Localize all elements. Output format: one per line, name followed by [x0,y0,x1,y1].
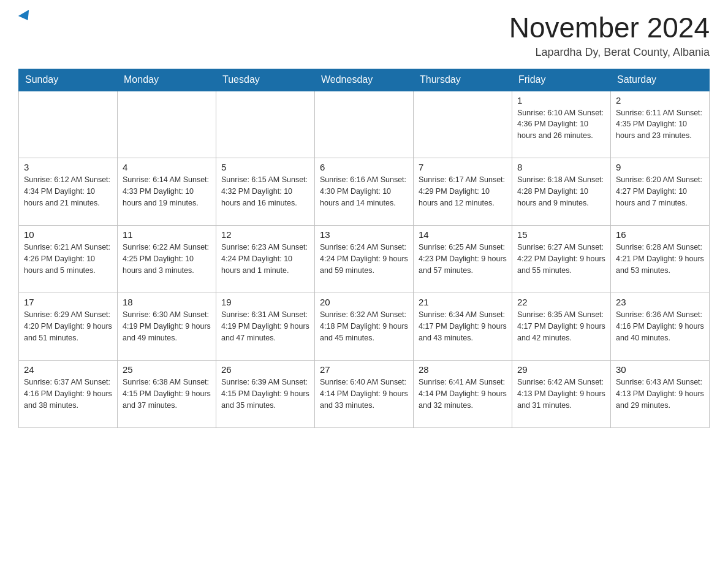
weekday-header-saturday: Saturday [611,69,710,91]
day-info: Sunrise: 6:16 AM Sunset: 4:30 PM Dayligh… [320,174,408,209]
header-area: November 2024 Lapardha Dy, Berat County,… [18,12,710,59]
day-info: Sunrise: 6:20 AM Sunset: 4:27 PM Dayligh… [616,174,704,209]
title-area: November 2024 Lapardha Dy, Berat County,… [509,12,710,59]
day-number: 9 [616,162,704,172]
logo-triangle-icon [18,10,33,23]
day-info: Sunrise: 6:24 AM Sunset: 4:24 PM Dayligh… [320,242,408,276]
calendar-cell: 10Sunrise: 6:21 AM Sunset: 4:26 PM Dayli… [19,226,118,293]
calendar-cell: 19Sunrise: 6:31 AM Sunset: 4:19 PM Dayli… [216,293,315,361]
day-info: Sunrise: 6:10 AM Sunset: 4:36 PM Dayligh… [517,107,605,142]
day-info: Sunrise: 6:38 AM Sunset: 4:15 PM Dayligh… [123,377,211,411]
calendar-cell: 16Sunrise: 6:28 AM Sunset: 4:21 PM Dayli… [611,226,710,293]
calendar-cell [118,91,216,158]
day-info: Sunrise: 6:27 AM Sunset: 4:22 PM Dayligh… [517,242,605,276]
calendar-cell: 20Sunrise: 6:32 AM Sunset: 4:18 PM Dayli… [315,293,414,361]
day-info: Sunrise: 6:32 AM Sunset: 4:18 PM Dayligh… [320,309,408,343]
day-number: 7 [419,162,507,172]
weekday-header-tuesday: Tuesday [216,69,315,91]
main-title: November 2024 [509,12,710,44]
day-number: 12 [221,229,309,240]
day-number: 20 [320,297,408,307]
weekday-header-sunday: Sunday [19,69,118,91]
day-info: Sunrise: 6:41 AM Sunset: 4:14 PM Dayligh… [419,377,507,411]
subtitle: Lapardha Dy, Berat County, Albania [509,46,710,59]
calendar-table: SundayMondayTuesdayWednesdayThursdayFrid… [18,69,710,429]
calendar-cell: 23Sunrise: 6:36 AM Sunset: 4:16 PM Dayli… [611,293,710,361]
day-number: 27 [320,364,408,375]
calendar-cell: 2Sunrise: 6:11 AM Sunset: 4:35 PM Daylig… [611,91,710,158]
weekday-header-wednesday: Wednesday [315,69,414,91]
weekday-header-monday: Monday [118,69,216,91]
calendar-cell: 28Sunrise: 6:41 AM Sunset: 4:14 PM Dayli… [414,361,512,428]
calendar-cell: 17Sunrise: 6:29 AM Sunset: 4:20 PM Dayli… [19,293,118,361]
day-number: 2 [616,95,704,105]
day-number: 11 [123,229,211,240]
weekday-header-thursday: Thursday [414,69,512,91]
calendar-cell: 27Sunrise: 6:40 AM Sunset: 4:14 PM Dayli… [315,361,414,428]
day-number: 10 [24,229,112,240]
calendar-cell: 21Sunrise: 6:34 AM Sunset: 4:17 PM Dayli… [414,293,512,361]
week-row-5: 24Sunrise: 6:37 AM Sunset: 4:16 PM Dayli… [19,361,710,428]
logo [18,12,32,21]
calendar-cell: 11Sunrise: 6:22 AM Sunset: 4:25 PM Dayli… [118,226,216,293]
calendar-cell: 15Sunrise: 6:27 AM Sunset: 4:22 PM Dayli… [512,226,611,293]
day-number: 19 [221,297,309,307]
week-row-4: 17Sunrise: 6:29 AM Sunset: 4:20 PM Dayli… [19,293,710,361]
calendar-cell: 18Sunrise: 6:30 AM Sunset: 4:19 PM Dayli… [118,293,216,361]
calendar-cell: 12Sunrise: 6:23 AM Sunset: 4:24 PM Dayli… [216,226,315,293]
calendar-cell: 29Sunrise: 6:42 AM Sunset: 4:13 PM Dayli… [512,361,611,428]
calendar-cell: 6Sunrise: 6:16 AM Sunset: 4:30 PM Daylig… [315,158,414,226]
day-info: Sunrise: 6:18 AM Sunset: 4:28 PM Dayligh… [517,174,605,209]
day-info: Sunrise: 6:34 AM Sunset: 4:17 PM Dayligh… [419,309,507,343]
calendar-cell [414,91,512,158]
day-info: Sunrise: 6:21 AM Sunset: 4:26 PM Dayligh… [24,242,112,276]
day-info: Sunrise: 6:23 AM Sunset: 4:24 PM Dayligh… [221,242,309,276]
day-number: 14 [419,229,507,240]
calendar-cell: 4Sunrise: 6:14 AM Sunset: 4:33 PM Daylig… [118,158,216,226]
day-number: 22 [517,297,605,307]
calendar-cell: 3Sunrise: 6:12 AM Sunset: 4:34 PM Daylig… [19,158,118,226]
calendar-cell: 5Sunrise: 6:15 AM Sunset: 4:32 PM Daylig… [216,158,315,226]
calendar-cell: 22Sunrise: 6:35 AM Sunset: 4:17 PM Dayli… [512,293,611,361]
day-info: Sunrise: 6:28 AM Sunset: 4:21 PM Dayligh… [616,242,704,276]
day-number: 28 [419,364,507,375]
calendar-cell [216,91,315,158]
day-info: Sunrise: 6:25 AM Sunset: 4:23 PM Dayligh… [419,242,507,276]
week-row-3: 10Sunrise: 6:21 AM Sunset: 4:26 PM Dayli… [19,226,710,293]
calendar-cell: 7Sunrise: 6:17 AM Sunset: 4:29 PM Daylig… [414,158,512,226]
calendar-cell: 13Sunrise: 6:24 AM Sunset: 4:24 PM Dayli… [315,226,414,293]
calendar-cell: 25Sunrise: 6:38 AM Sunset: 4:15 PM Dayli… [118,361,216,428]
weekday-header-friday: Friday [512,69,611,91]
day-info: Sunrise: 6:29 AM Sunset: 4:20 PM Dayligh… [24,309,112,343]
day-info: Sunrise: 6:39 AM Sunset: 4:15 PM Dayligh… [221,377,309,411]
calendar-cell: 8Sunrise: 6:18 AM Sunset: 4:28 PM Daylig… [512,158,611,226]
day-number: 29 [517,364,605,375]
day-number: 23 [616,297,704,307]
day-number: 15 [517,229,605,240]
day-info: Sunrise: 6:22 AM Sunset: 4:25 PM Dayligh… [123,242,211,276]
week-row-2: 3Sunrise: 6:12 AM Sunset: 4:34 PM Daylig… [19,158,710,226]
calendar-cell: 30Sunrise: 6:43 AM Sunset: 4:13 PM Dayli… [611,361,710,428]
day-info: Sunrise: 6:40 AM Sunset: 4:14 PM Dayligh… [320,377,408,411]
day-number: 17 [24,297,112,307]
day-number: 3 [24,162,112,172]
day-info: Sunrise: 6:43 AM Sunset: 4:13 PM Dayligh… [616,377,704,411]
calendar-cell [315,91,414,158]
week-row-1: 1Sunrise: 6:10 AM Sunset: 4:36 PM Daylig… [19,91,710,158]
weekday-header-row: SundayMondayTuesdayWednesdayThursdayFrid… [19,69,710,91]
day-info: Sunrise: 6:35 AM Sunset: 4:17 PM Dayligh… [517,309,605,343]
day-number: 18 [123,297,211,307]
day-number: 24 [24,364,112,375]
day-number: 30 [616,364,704,375]
day-info: Sunrise: 6:17 AM Sunset: 4:29 PM Dayligh… [419,174,507,209]
calendar-cell: 14Sunrise: 6:25 AM Sunset: 4:23 PM Dayli… [414,226,512,293]
day-info: Sunrise: 6:14 AM Sunset: 4:33 PM Dayligh… [123,174,211,209]
day-number: 13 [320,229,408,240]
day-info: Sunrise: 6:36 AM Sunset: 4:16 PM Dayligh… [616,309,704,343]
calendar-cell: 9Sunrise: 6:20 AM Sunset: 4:27 PM Daylig… [611,158,710,226]
day-info: Sunrise: 6:11 AM Sunset: 4:35 PM Dayligh… [616,107,704,142]
day-number: 21 [419,297,507,307]
day-info: Sunrise: 6:30 AM Sunset: 4:19 PM Dayligh… [123,309,211,343]
day-info: Sunrise: 6:37 AM Sunset: 4:16 PM Dayligh… [24,377,112,411]
calendar-cell: 1Sunrise: 6:10 AM Sunset: 4:36 PM Daylig… [512,91,611,158]
